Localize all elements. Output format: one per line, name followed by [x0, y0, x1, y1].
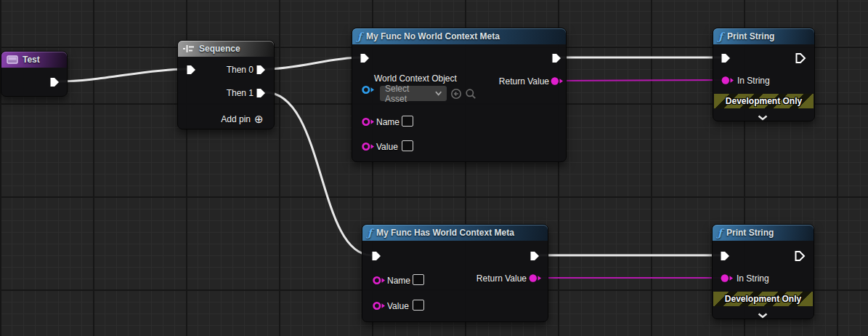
pin-label-return-value: Return Value [476, 273, 527, 284]
wire-then0-to-funcnoworld[interactable] [265, 57, 360, 69]
exec-out-pin[interactable] [529, 250, 540, 262]
node-print-string-top[interactable]: ƒ Print String In String Development Onl… [713, 28, 815, 121]
function-icon: ƒ [368, 228, 372, 238]
value-input[interactable] [413, 300, 424, 311]
exec-in-pin[interactable] [719, 250, 731, 262]
browse-asset-search-icon[interactable] [465, 88, 476, 103]
node-my-func-no-world-context-meta[interactable]: ƒ My Func No World Context Meta World Co… [352, 28, 567, 162]
function-icon: ƒ [718, 31, 723, 41]
node-test-header[interactable]: Test [1, 52, 67, 68]
wire-return-to-instring-top[interactable] [559, 80, 723, 81]
return-value-pin[interactable] [551, 76, 564, 86]
exec-out-pin[interactable] [49, 76, 60, 88]
node-test[interactable]: Test [1, 51, 68, 97]
node-title: Print String [726, 228, 774, 238]
node-print-string-bottom-header[interactable]: ƒ Print String [713, 225, 814, 241]
value-input[interactable] [402, 140, 413, 151]
node-title: Print String [727, 31, 774, 41]
exec-in-pin[interactable] [359, 52, 370, 64]
blueprint-graph-canvas[interactable]: Test Sequence Then 0 [0, 0, 868, 336]
node-func-no-world-header[interactable]: ƒ My Func No World Context Meta [352, 28, 566, 44]
then0-exec-out-pin[interactable] [255, 64, 267, 76]
exec-in-pin[interactable] [370, 250, 382, 262]
pin-label-then0: Then 0 [227, 65, 253, 75]
development-only-banner: Development Only [714, 94, 814, 108]
exec-in-pin[interactable] [720, 52, 731, 64]
add-pin-label: Add pin [221, 114, 251, 124]
node-title: My Func Has World Context Meta [376, 228, 514, 238]
world-context-object-pin[interactable] [362, 85, 376, 95]
use-selected-asset-icon[interactable] [450, 88, 462, 103]
exec-out-pin[interactable] [551, 52, 562, 64]
collapse-chevron-icon[interactable] [758, 308, 768, 321]
return-value-pin[interactable] [529, 273, 543, 283]
pin-label-name: Name [387, 276, 410, 286]
value-pin[interactable] [373, 301, 386, 311]
pin-label-return-value: Return Value [499, 76, 549, 87]
event-icon [7, 55, 18, 64]
in-string-pin[interactable] [721, 273, 734, 283]
node-sequence[interactable]: Sequence Then 0 Then 1 [data-name="pin-l… [177, 40, 275, 129]
pin-label-world-context-object: World Context Object [374, 73, 457, 84]
value-pin[interactable] [362, 142, 376, 151]
pin-label-value: Value [387, 301, 409, 311]
node-title: My Func No World Context Meta [366, 31, 500, 41]
name-input[interactable] [413, 274, 424, 285]
node-print-string-bottom[interactable]: ƒ Print String In String Development Onl… [712, 224, 814, 319]
exec-in-pin[interactable] [185, 64, 197, 76]
chevron-down-icon [435, 91, 442, 96]
select-asset-dropdown[interactable]: Select Asset [380, 86, 447, 101]
node-title: Test [23, 55, 40, 65]
wire-test-to-sequence[interactable] [58, 69, 187, 81]
name-input[interactable] [402, 116, 413, 127]
name-pin[interactable] [373, 276, 386, 285]
select-asset-value: Select Asset [385, 84, 430, 104]
name-pin[interactable] [362, 117, 376, 127]
pin-label-value: Value [376, 142, 398, 152]
node-title: Sequence [199, 44, 240, 54]
node-print-string-top-header[interactable]: ƒ Print String [713, 28, 814, 44]
pin-label-in-string: In String [737, 273, 769, 284]
pin-label-in-string: In String [737, 76, 770, 86]
collapse-chevron-icon[interactable] [758, 111, 768, 124]
node-func-has-world-header[interactable]: ƒ My Func Has World Context Meta [362, 225, 548, 241]
exec-out-pin-unconnected[interactable] [795, 52, 806, 64]
then1-exec-out-pin[interactable] [255, 87, 267, 99]
add-pin-icon[interactable]: ⊕ [254, 113, 264, 124]
pin-label-name: Name [376, 117, 399, 127]
sequence-icon [183, 44, 195, 53]
node-sequence-header[interactable]: Sequence [178, 41, 274, 57]
in-string-pin[interactable] [721, 76, 735, 85]
node-my-func-has-world-context-meta[interactable]: ƒ My Func Has World Context Meta Name [362, 224, 548, 322]
pin-label-then1: Then 1 [227, 88, 253, 98]
development-only-banner: Development Only [713, 292, 813, 306]
function-icon: ƒ [718, 228, 722, 238]
exec-out-pin-unconnected[interactable] [794, 250, 806, 262]
function-icon: ƒ [357, 31, 362, 41]
